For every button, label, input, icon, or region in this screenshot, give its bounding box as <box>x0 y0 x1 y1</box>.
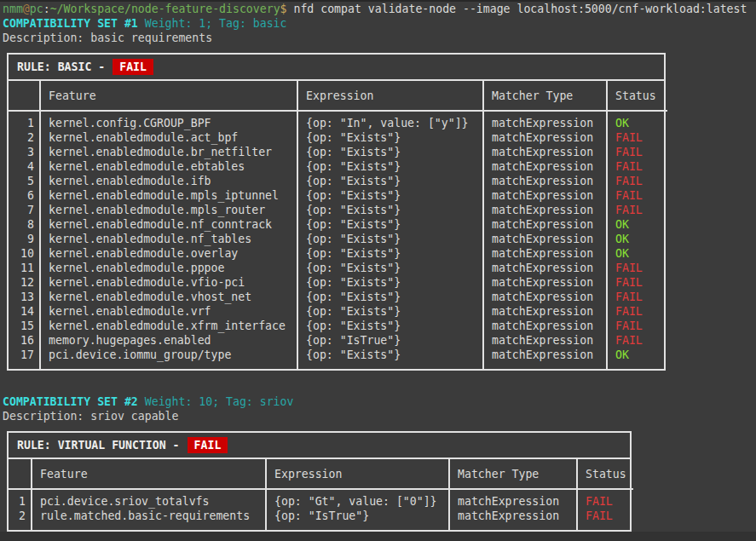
row-index: 15 <box>9 319 40 333</box>
col-header-matcher-type: Matcher Type <box>483 81 607 111</box>
matcher-type-cell: matchExpression <box>483 159 607 174</box>
expression-cell: {op: "Exists"} <box>297 246 483 261</box>
col-header-status: Status <box>577 459 633 489</box>
status-cell: FAIL <box>607 159 667 174</box>
status-cell: OK <box>607 217 667 232</box>
status-cell: FAIL <box>607 333 667 348</box>
set-2-meta: Weight: 10; Tag: sriov <box>138 395 294 408</box>
matcher-type-cell: matchExpression <box>483 348 607 369</box>
status-cell: FAIL <box>577 509 633 530</box>
col-header-feature: Feature <box>40 81 297 111</box>
row-index: 8 <box>9 217 40 232</box>
matcher-type-cell: matchExpression <box>483 290 607 304</box>
matcher-type-cell: matchExpression <box>483 275 607 290</box>
feature-cell: kernel.enabledmodule.overlay <box>40 246 297 261</box>
status-cell: FAIL <box>607 188 667 203</box>
feature-cell: kernel.enabledmodule.pppoe <box>40 261 297 275</box>
expression-cell: {op: "Exists"} <box>297 304 483 319</box>
feature-cell: kernel.enabledmodule.ebtables <box>40 159 297 174</box>
rule-header-basic: RULE: BASIC -FAIL <box>9 55 664 81</box>
row-index: 2 <box>9 509 32 530</box>
status-cell: FAIL <box>607 174 667 188</box>
table-row: 12 kernel.enabledmodule.vfio-pci {op: "E… <box>9 275 667 290</box>
set-2-title: COMPATIBILITY SET #2 <box>3 395 138 408</box>
table-row: 5 kernel.enabledmodule.ifb {op: "Exists"… <box>9 174 667 188</box>
table-row: 10 kernel.enabledmodule.overlay {op: "Ex… <box>9 246 667 261</box>
expression-cell: {op: "Exists"} <box>297 188 483 203</box>
feature-cell: kernel.enabledmodule.mpls_iptunnel <box>40 188 297 203</box>
table-row: 6 kernel.enabledmodule.mpls_iptunnel {op… <box>9 188 667 203</box>
row-index: 14 <box>9 304 40 319</box>
prompt-dollar: $ <box>280 3 287 15</box>
rule-status-badge: FAIL <box>188 437 228 453</box>
table-row: 1 kernel.config.CGROUP_BPF {op: "In", va… <box>9 111 667 130</box>
table-row: 13 kernel.enabledmodule.vhost_net {op: "… <box>9 290 667 304</box>
prompt-path: ~/Workspace/node-feature-discovery <box>50 3 280 15</box>
status-cell: OK <box>607 348 667 369</box>
feature-cell: kernel.enabledmodule.br_netfilter <box>40 145 297 159</box>
status-cell: FAIL <box>577 489 633 509</box>
status-cell: FAIL <box>607 304 667 319</box>
status-cell: FAIL <box>607 319 667 333</box>
row-index: 4 <box>9 159 40 174</box>
col-header-matcher-type: Matcher Type <box>449 459 577 489</box>
col-header-status: Status <box>607 81 667 111</box>
expression-cell: {op: "IsTrue"} <box>297 333 483 348</box>
expression-cell: {op: "Exists"} <box>297 203 483 217</box>
col-header-index <box>9 459 32 489</box>
table-row: 9 kernel.enabledmodule.nf_tables {op: "E… <box>9 232 667 246</box>
feature-cell: kernel.enabledmodule.xfrm_interface <box>40 319 297 333</box>
table-row: 17 pci.device.iommu_group/type {op: "Exi… <box>9 348 667 369</box>
command-text: nfd compat validate-node --image localho… <box>287 3 747 15</box>
row-index: 17 <box>9 348 40 369</box>
set-1-description: Description: basic requirements <box>3 31 756 45</box>
table-row: 16 memory.hugepages.enabled {op: "IsTrue… <box>9 333 667 348</box>
row-index: 3 <box>9 145 40 159</box>
compatibility-set-2: COMPATIBILITY SET #2 Weight: 10; Tag: sr… <box>3 394 756 532</box>
prompt-line: nmm@pc:~/Workspace/node-feature-discover… <box>3 2 756 16</box>
expression-cell: {op: "Exists"} <box>297 319 483 333</box>
col-header-expression: Expression <box>266 459 449 489</box>
feature-cell: memory.hugepages.enabled <box>40 333 297 348</box>
matcher-type-cell: matchExpression <box>449 489 577 509</box>
matcher-type-cell: matchExpression <box>483 304 607 319</box>
terminal-screen[interactable]: nmm@pc:~/Workspace/node-feature-discover… <box>3 2 756 532</box>
feature-cell: kernel.enabledmodule.vfio-pci <box>40 275 297 290</box>
expression-cell: {op: "Exists"} <box>297 145 483 159</box>
prompt-at-symbol: @ <box>23 3 30 15</box>
status-cell: FAIL <box>607 203 667 217</box>
expression-cell: {op: "Exists"} <box>297 130 483 145</box>
matcher-type-cell: matchExpression <box>483 232 607 246</box>
expression-cell: {op: "Exists"} <box>297 174 483 188</box>
set-1-meta: Weight: 1; Tag: basic <box>138 17 287 30</box>
feature-cell: kernel.enabledmodule.nf_conntrack <box>40 217 297 232</box>
matcher-type-cell: matchExpression <box>483 111 607 130</box>
expression-cell: {op: "Exists"} <box>297 217 483 232</box>
matcher-type-cell: matchExpression <box>483 130 607 145</box>
expression-cell: {op: "Gt", value: ["0"]} <box>266 489 449 509</box>
row-index: 2 <box>9 130 40 145</box>
col-header-feature: Feature <box>32 459 266 489</box>
status-cell: OK <box>607 232 667 246</box>
table-row: 14 kernel.enabledmodule.vrf {op: "Exists… <box>9 304 667 319</box>
feature-cell: pci.device.sriov_totalvfs <box>32 489 266 509</box>
table-row: 2 kernel.enabledmodule.act_bpf {op: "Exi… <box>9 130 667 145</box>
row-index: 13 <box>9 290 40 304</box>
row-index: 16 <box>9 333 40 348</box>
row-index: 5 <box>9 174 40 188</box>
compatibility-set-1: COMPATIBILITY SET #1 Weight: 1; Tag: bas… <box>3 16 756 371</box>
table-row: 7 kernel.enabledmodule.mpls_router {op: … <box>9 203 667 217</box>
prompt-colon: : <box>43 3 50 15</box>
matcher-type-cell: matchExpression <box>483 188 607 203</box>
table-row: 4 kernel.enabledmodule.ebtables {op: "Ex… <box>9 159 667 174</box>
col-header-expression: Expression <box>297 81 483 111</box>
expression-cell: {op: "Exists"} <box>297 261 483 275</box>
table-header-row: Feature Expression Matcher Type Status <box>9 459 633 489</box>
matcher-type-cell: matchExpression <box>483 174 607 188</box>
row-index: 11 <box>9 261 40 275</box>
feature-cell: rule.matched.basic-requirements <box>32 509 266 530</box>
feature-cell: kernel.enabledmodule.mpls_router <box>40 203 297 217</box>
status-cell: FAIL <box>607 275 667 290</box>
row-index: 12 <box>9 275 40 290</box>
matcher-type-cell: matchExpression <box>483 203 607 217</box>
